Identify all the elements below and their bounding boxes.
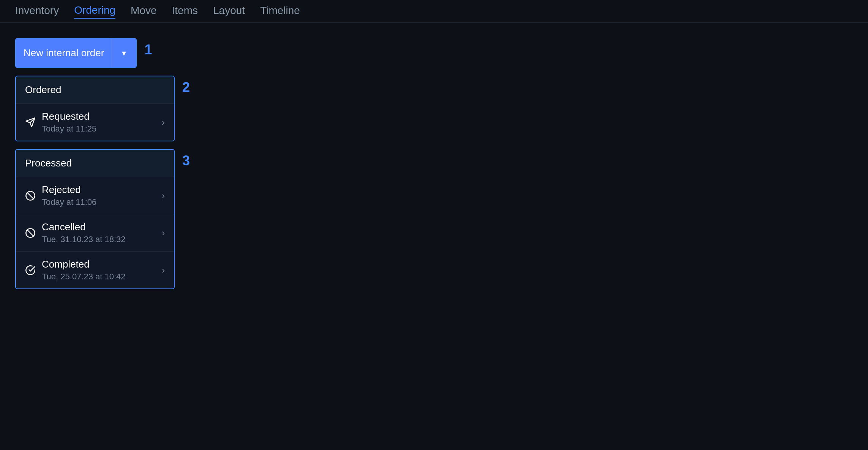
nav-ordering[interactable]: Ordering [74, 4, 115, 19]
cancelled-item[interactable]: Cancelled Tue, 31.10.23 at 18:32 › [16, 214, 174, 251]
processed-badge: 3 [182, 149, 197, 169]
requested-chevron-icon: › [162, 117, 165, 128]
send-icon [25, 117, 36, 128]
main-content: New internal order ▾ 1 Ordered [0, 23, 868, 304]
cancelled-title: Cancelled [42, 221, 162, 233]
svg-line-3 [27, 192, 33, 198]
completed-chevron-icon: › [162, 265, 165, 276]
ordered-badge: 2 [182, 76, 197, 95]
processed-section: Processed Rejected Today at 11:06 › [15, 149, 175, 289]
processed-section-header: Processed [16, 150, 174, 177]
rejected-chevron-icon: › [162, 190, 165, 201]
nav-layout[interactable]: Layout [213, 5, 245, 18]
ordered-section: Ordered Requested Today at 11:25 › [15, 76, 175, 141]
completed-title: Completed [42, 258, 162, 270]
completed-item-content: Completed Tue, 25.07.23 at 10:42 [42, 258, 162, 282]
cancelled-ban-icon [25, 228, 36, 238]
new-order-container: New internal order ▾ [15, 38, 137, 68]
nav-items[interactable]: Items [172, 5, 198, 18]
ordered-section-row: Ordered Requested Today at 11:25 › [15, 76, 197, 141]
requested-item-content: Requested Today at 11:25 [42, 111, 162, 134]
new-order-row: New internal order ▾ 1 [15, 38, 197, 68]
rejected-subtitle: Today at 11:06 [42, 197, 162, 207]
requested-subtitle: Today at 11:25 [42, 124, 162, 134]
requested-item[interactable]: Requested Today at 11:25 › [16, 103, 174, 141]
nav-move[interactable]: Move [131, 5, 156, 18]
rejected-item[interactable]: Rejected Today at 11:06 › [16, 177, 174, 214]
requested-title: Requested [42, 111, 162, 122]
svg-line-5 [27, 230, 33, 236]
cancelled-item-content: Cancelled Tue, 31.10.23 at 18:32 [42, 221, 162, 244]
rejected-title: Rejected [42, 184, 162, 196]
new-order-badge: 1 [144, 38, 159, 58]
cancelled-subtitle: Tue, 31.10.23 at 18:32 [42, 235, 162, 244]
chevron-down-icon: ▾ [122, 48, 126, 58]
left-column: New internal order ▾ 1 Ordered [15, 38, 197, 289]
new-internal-order-button[interactable]: New internal order [16, 39, 112, 67]
processed-section-row: Processed Rejected Today at 11:06 › [15, 149, 197, 289]
completed-check-icon [25, 265, 36, 276]
rejected-item-content: Rejected Today at 11:06 [42, 184, 162, 207]
rejected-ban-icon [25, 190, 36, 201]
top-navigation: Inventory Ordering Move Items Layout Tim… [0, 0, 868, 23]
completed-subtitle: Tue, 25.07.23 at 10:42 [42, 272, 162, 282]
cancelled-chevron-icon: › [162, 228, 165, 238]
completed-item[interactable]: Completed Tue, 25.07.23 at 10:42 › [16, 251, 174, 288]
new-order-dropdown-button[interactable]: ▾ [112, 39, 136, 67]
nav-inventory[interactable]: Inventory [15, 5, 59, 18]
nav-timeline[interactable]: Timeline [260, 5, 300, 18]
ordered-section-header: Ordered [16, 76, 174, 103]
